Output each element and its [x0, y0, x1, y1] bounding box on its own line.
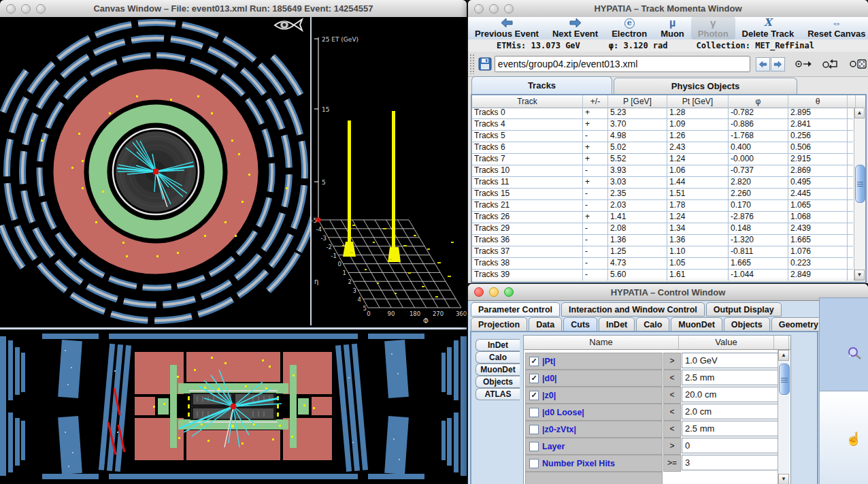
checkbox[interactable]: ✓ — [529, 357, 539, 366]
track-row[interactable]: Tracks 11+3.031.442.8200.495 — [472, 177, 853, 189]
save-button[interactable] — [477, 56, 493, 72]
track-row[interactable]: Tracks 5-4.981.26-1.7680.256 — [472, 131, 853, 142]
cuts-header-spacer — [774, 336, 789, 349]
minimize-button[interactable] — [21, 4, 31, 14]
tab-indet[interactable]: InDet — [599, 317, 635, 332]
scroll-down-button[interactable]: ▼ — [854, 270, 865, 280]
track-window-titlebar[interactable]: HYPATIA – Track Momenta Window — [468, 0, 868, 18]
track-row[interactable]: Tracks 38-4.731.051.6650.223 — [472, 258, 853, 270]
zoom-button[interactable] — [504, 287, 514, 297]
minimize-button[interactable] — [489, 287, 499, 297]
cut-value-input[interactable] — [682, 421, 778, 436]
track-row[interactable]: Tracks 7+5.521.24-0.0002.915 — [472, 154, 853, 165]
magnifier-icon[interactable] — [847, 346, 863, 362]
previous-event-button[interactable]: Previous Event — [468, 17, 546, 39]
et-lego-plot-view[interactable]: 25 ET (GeV) 15 5 -5-4 -3-2 -10 12 34 5 η… — [312, 17, 467, 325]
tab-projection[interactable]: Projection — [471, 317, 527, 332]
next-event-button[interactable]: Next Event — [546, 17, 605, 39]
photon-button[interactable]: γ Photon — [691, 17, 735, 39]
tab-parameter-control[interactable]: Parameter Control — [471, 302, 560, 317]
tracks-scrollbar[interactable]: ▲ ▼ — [854, 108, 865, 280]
cut-value-input[interactable] — [682, 353, 778, 368]
next-file-button[interactable] — [771, 57, 785, 71]
detector-side-view[interactable] — [0, 327, 467, 484]
event-path-input[interactable] — [495, 56, 750, 72]
track-row[interactable]: Tracks 0+5.231.28-0.7822.895 — [472, 108, 853, 119]
cell: 1.61 — [667, 270, 729, 280]
checkbox[interactable] — [529, 459, 539, 468]
track-row[interactable]: Tracks 21-2.031.780.1701.065 — [472, 200, 853, 212]
side-tab-indet[interactable]: InDet — [475, 339, 520, 351]
close-button[interactable] — [6, 4, 16, 14]
loop-mode-button[interactable] — [822, 59, 839, 69]
tab-muondet[interactable]: MuonDet — [671, 317, 722, 332]
close-button[interactable] — [474, 287, 484, 297]
track-row[interactable]: Tracks 36-1.361.36-1.3201.665 — [472, 235, 853, 246]
checkbox[interactable] — [529, 425, 539, 434]
checkbox[interactable] — [529, 408, 539, 417]
tab-geometry[interactable]: Geometry — [771, 317, 826, 332]
tab-data[interactable]: Data — [529, 317, 562, 332]
tab-calo[interactable]: Calo — [636, 317, 669, 332]
tab-cuts[interactable]: Cuts — [563, 317, 597, 332]
muon-button[interactable]: µ Muon — [654, 17, 691, 39]
track-row[interactable]: Tracks 37-1.251.10-0.8111.076 — [472, 246, 853, 258]
cut-value-input[interactable] — [682, 370, 778, 385]
col-phi[interactable]: φ — [729, 95, 788, 108]
electron-button[interactable]: e Electron — [605, 17, 654, 39]
canvas-titlebar[interactable]: Canvas Window – File: event013.xml Run: … — [0, 0, 467, 18]
control-titlebar[interactable]: HYPATIA – Control Window — [468, 284, 868, 301]
toolbar-grip[interactable] — [469, 54, 475, 74]
previous-file-button[interactable] — [756, 57, 770, 71]
scroll-up-button[interactable]: ▲ — [854, 108, 865, 118]
zoom-button[interactable] — [504, 4, 514, 14]
col-charge[interactable]: +/- — [583, 95, 608, 108]
tab-interaction-window-control[interactable]: Interaction and Window Control — [561, 302, 705, 317]
track-row[interactable]: Tracks 10-3.931.06-0.7372.869 — [472, 165, 853, 177]
cell: 4.98 — [608, 131, 667, 142]
col-pt[interactable]: Pt [GeV] — [667, 95, 729, 108]
scroll-thumb[interactable] — [779, 364, 790, 395]
checkbox[interactable]: ✓ — [529, 374, 539, 383]
scroll-thumb[interactable] — [855, 165, 865, 203]
step-mode-button[interactable] — [795, 59, 812, 69]
tab-physics-objects[interactable]: Physics Objects — [614, 78, 797, 94]
random-mode-button[interactable] — [849, 58, 868, 70]
track-momenta-window: HYPATIA – Track Momenta Window Previous … — [468, 0, 868, 283]
track-row[interactable]: Tracks 4+3.701.09-0.8862.841 — [472, 119, 853, 131]
cut-value-input[interactable] — [682, 404, 778, 419]
cut-value-input[interactable] — [682, 387, 778, 402]
detector-cross-section-view[interactable] — [0, 17, 312, 325]
track-row[interactable]: Tracks 29-2.081.340.1482.439 — [472, 223, 853, 235]
side-tab-atlas[interactable]: ATLAS — [475, 388, 520, 400]
track-row[interactable]: Tracks 26+1.411.24-2.8761.068 — [472, 212, 853, 223]
col-track[interactable]: Track — [472, 95, 583, 108]
tab-objects[interactable]: Objects — [724, 317, 770, 332]
track-row[interactable]: Tracks 6+5.022.430.4000.506 — [472, 142, 853, 154]
checkbox[interactable] — [529, 442, 539, 451]
tracks-table: Track +/- P [GeV] Pt [GeV] φ θ Tracks 0+… — [471, 94, 867, 283]
zoom-button[interactable] — [36, 4, 46, 14]
checkbox[interactable]: ✓ — [529, 391, 539, 400]
close-button[interactable] — [474, 4, 484, 14]
scroll-down-button[interactable]: ▼ — [778, 474, 789, 484]
cut-value-input[interactable] — [682, 455, 778, 470]
cell: 5.02 — [608, 142, 667, 153]
cell: 1.065 — [788, 200, 848, 211]
cell: + — [583, 154, 608, 165]
track-row[interactable]: Tracks 15-2.351.512.2602.445 — [472, 189, 853, 200]
delete-track-button[interactable]: X Delete Track — [735, 17, 801, 39]
tab-tracks[interactable]: Tracks — [471, 76, 612, 94]
side-tab-calo[interactable]: Calo — [475, 351, 520, 364]
minimize-button[interactable] — [489, 4, 499, 14]
col-p[interactable]: P [GeV] — [608, 95, 667, 108]
cuts-scrollbar[interactable]: ▲ ▼ — [778, 350, 790, 484]
scroll-up-button[interactable]: ▲ — [778, 350, 789, 361]
side-tab-objects[interactable]: Objects — [475, 376, 520, 388]
side-tab-muondet[interactable]: MuonDet — [475, 364, 520, 376]
reset-canvas-button[interactable]: ⇔ Reset Canvas — [801, 17, 868, 39]
col-theta[interactable]: θ — [788, 95, 848, 108]
track-row[interactable]: Tracks 39-5.601.61-1.0442.849 — [472, 270, 853, 280]
cut-value-input[interactable] — [682, 438, 778, 453]
tab-output-display[interactable]: Output Display — [706, 302, 782, 317]
